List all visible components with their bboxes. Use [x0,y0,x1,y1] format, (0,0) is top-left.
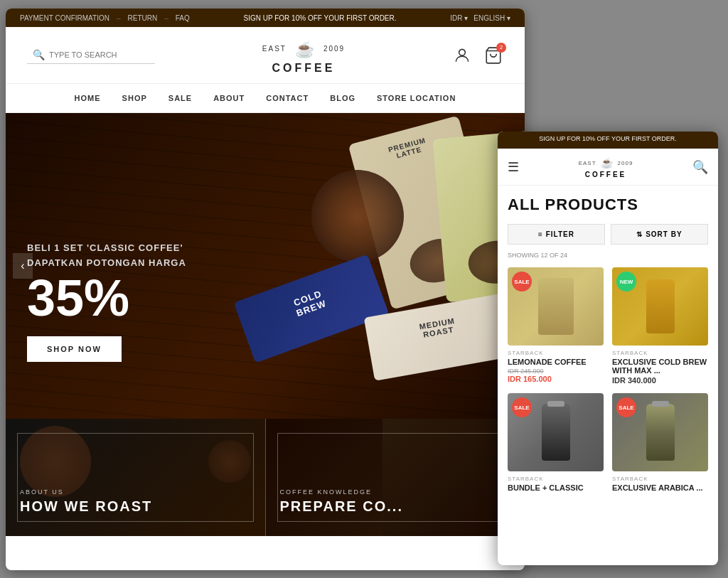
nav-store-location[interactable]: STORE LOCATION [377,92,456,104]
sw-logo-year: 2009 [618,160,633,166]
nav-shop[interactable]: SHOP [122,92,147,104]
product-lemonade-coffee[interactable]: SALE STARBACK LEMONADE COFFEE IDR 245.00… [508,267,604,385]
hero-text: BELI 1 SET 'CLASSIC COFFEE' DAPATKAN POT… [27,242,186,362]
product-can-4 [646,404,675,461]
nav-sale[interactable]: SALE [168,92,192,104]
product-brand-1: STARBACK [508,350,604,356]
sw-search-icon[interactable]: 🔍 [692,159,708,175]
header: 🔍 EAST ☕ 2009 COFFEE [6,27,525,84]
logo-east: EAST [262,45,287,53]
product-old-price-1: IDR 245.000 [508,368,604,375]
sw-filter-bar: ≡ FILTER ⇅ SORT BY [508,224,708,245]
nav: HOME SHOP SALE ABOUT CONTACT BLOG STORE … [6,84,525,113]
sort-button[interactable]: ⇅ SORT BY [611,224,708,245]
logo[interactable]: EAST ☕ 2009 COFFEE [262,36,345,75]
logo-year: 2009 [323,45,345,53]
hero-section: PREMIUMLATTE COLDBREW MEDIUMROAST BELI 1… [6,113,525,419]
faq-link[interactable]: FAQ [176,14,190,22]
separator: – [117,14,121,22]
cart-icon[interactable]: 2 [483,46,503,65]
return-link[interactable]: RETURN [128,14,158,22]
nav-home[interactable]: HOME [75,92,101,104]
promo-label-2: COFFEE KNOWLEDGE PREPARE CO... [280,488,403,515]
top-bar-promo: SIGN UP FOR 10% OFF YOUR FIRST ORDER. [244,14,397,22]
coffee-beans-visual [311,170,404,262]
product-cold-brew-exclusive[interactable]: NEW STARBACK EXCLUSIVE COLD BREW WITH MA… [612,267,708,385]
search-icon: 🔍 [33,49,45,60]
product-name-4: EXCLUSIVE ARABICA ... [612,483,708,492]
promo-how-we-roast[interactable]: ABOUT US HOW WE ROAST [6,419,266,536]
currency-selector[interactable]: IDR ▾ [450,14,468,22]
hero-subtitle2: DAPATKAN POTONGAN HARGA [27,257,186,268]
sw-logo-text: COFFEE [585,171,627,178]
sale-badge-1: SALE [512,272,532,291]
user-icon[interactable] [452,46,472,65]
main-window: PAYMENT CONFIRMATION – RETURN – FAQ SIGN… [6,9,525,570]
product-img-1: SALE [508,267,604,346]
product-name-3: BUNDLE + CLASSIC [508,483,604,492]
sale-badge-3: SALE [512,397,532,417]
product-bundle-classic[interactable]: SALE STARBACK BUNDLE + CLASSIC [508,393,604,493]
separator2: – [164,14,168,22]
product-brand-2: STARBACK [612,350,708,356]
logo-cup-icon: ☕ [292,36,318,62]
cart-badge: 2 [496,43,506,53]
filter-button[interactable]: ≡ FILTER [508,224,605,245]
hero-discount: 35% [27,272,186,323]
product-img-2: NEW [612,267,708,346]
sw-showing-count: SHOWING 12 OF 24 [508,252,708,259]
language-selector[interactable]: ENGLISH ▾ [473,14,510,22]
sw-header: ☰ EAST ☕ 2009 COFFEE 🔍 [498,149,718,186]
nav-about[interactable]: ABOUT [213,92,245,104]
product-exclusive-arabica[interactable]: SALE STARBACK EXCLUSIVE ARABICA ... [612,393,708,493]
sw-product-grid: SALE STARBACK LEMONADE COFFEE IDR 245.00… [508,267,708,493]
sw-page-title: ALL PRODUCTS [508,196,708,214]
svg-point-1 [459,49,466,55]
product-can-3 [542,404,570,461]
product-name-1: LEMONADE COFFEE [508,358,604,366]
top-bar-right: IDR ▾ ENGLISH ▾ [450,14,510,22]
sw-logo[interactable]: EAST ☕ 2009 COFFEE [579,155,633,178]
product-name-2: EXCLUSIVE COLD BREW WITH MAX ... [612,358,708,375]
sale-badge-4: SALE [616,397,636,417]
svg-text:☕: ☕ [601,157,614,169]
search-input[interactable] [49,50,149,59]
nav-contact[interactable]: CONTACT [266,92,309,104]
sw-content: ALL PRODUCTS ≡ FILTER ⇅ SORT BY SHOWING … [498,186,718,565]
product-packages: PREMIUMLATTE COLDBREW MEDIUMROAST [240,127,525,412]
sw-logo-east: EAST [579,160,596,166]
sw-logo-row: EAST ☕ 2009 [579,155,633,171]
product-img-4: SALE [612,393,708,471]
product-can-2 [646,279,675,333]
promo-label-1: ABOUT US HOW WE ROAST [20,488,152,515]
promo-strip: ABOUT US HOW WE ROAST COFFEE KNOWLEDGE P… [6,419,525,536]
top-bar: PAYMENT CONFIRMATION – RETURN – FAQ SIGN… [6,9,525,27]
logo-top-row: EAST ☕ 2009 [262,36,345,62]
shop-now-button[interactable]: SHOP NOW [27,336,122,362]
product-price-1: IDR 165.000 [508,375,604,383]
second-window: SIGN UP FOR 10% OFF YOUR FIRST ORDER. ☰ … [498,132,718,565]
hamburger-menu-icon[interactable]: ☰ [508,159,519,175]
promo-prepare-coffee[interactable]: COFFEE KNOWLEDGE PREPARE CO... [266,419,525,536]
product-brand-4: STARBACK [612,476,708,482]
product-bag-1 [538,278,574,335]
product-price-2: IDR 340.000 [612,376,708,385]
hero-prev-arrow[interactable]: ‹ [13,253,33,279]
product-brand-3: STARBACK [508,476,604,482]
top-bar-left: PAYMENT CONFIRMATION – RETURN – FAQ [20,14,190,22]
nav-blog[interactable]: BLOG [330,92,355,104]
logo-text: COFFEE [272,62,336,75]
search-area[interactable]: 🔍 [27,46,155,64]
sw-top-bar: SIGN UP FOR 10% OFF YOUR FIRST ORDER. [498,132,718,149]
svg-text:☕: ☕ [294,39,315,58]
hero-subtitle1: BELI 1 SET 'CLASSIC COFFEE' [27,242,186,253]
header-icons: 2 [452,46,503,65]
payment-link[interactable]: PAYMENT CONFIRMATION [20,14,109,22]
package-cold-brew: COLDBREW [234,255,390,363]
product-img-3: SALE [508,393,604,471]
new-badge-2: NEW [616,272,636,291]
sw-logo-cup-icon: ☕ [599,155,615,171]
